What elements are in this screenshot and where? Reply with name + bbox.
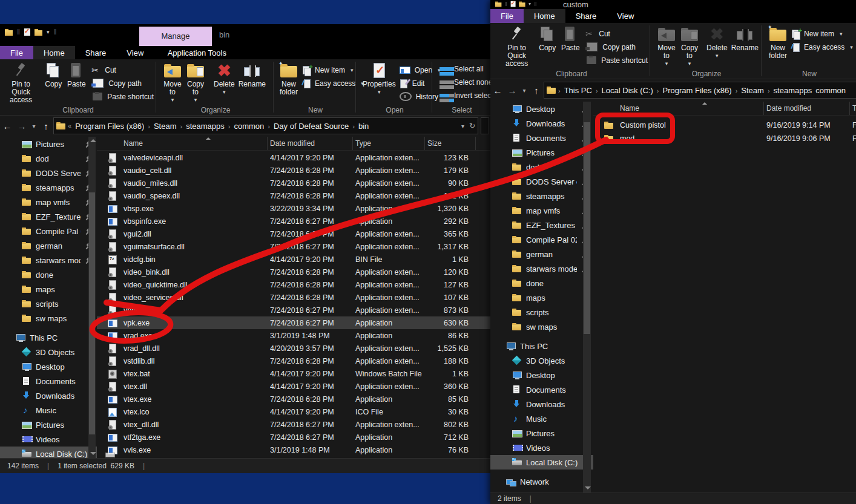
breadcrumb-segment[interactable]: Day of Defeat Source›	[272, 122, 357, 131]
forward-button[interactable]: →	[15, 121, 29, 131]
chevron-right-icon[interactable]: ›	[351, 123, 357, 130]
sidebar-item[interactable]: Local Disk (C:)	[0, 447, 97, 459]
move-to-button[interactable]: Move to	[161, 61, 184, 105]
back-button[interactable]: ←	[0, 121, 15, 131]
sidebar-item[interactable]: Desktop	[490, 368, 593, 382]
sidebar-item[interactable]: Network	[490, 474, 593, 489]
new-folder-icon[interactable]	[519, 1, 525, 7]
sidebar-item[interactable]: maps	[0, 282, 97, 296]
chevron-right-icon[interactable]: ›	[594, 87, 600, 94]
sidebar-item[interactable]: 3D Objects	[0, 345, 97, 359]
ribbon-tab[interactable]: Application Tools	[161, 46, 232, 59]
new-item-button[interactable]: + New item	[791, 28, 853, 39]
breadcrumb-segment[interactable]: Steam›	[152, 122, 184, 131]
breadcrumb-segment[interactable]: ›steamapps	[766, 86, 814, 95]
sidebar-item[interactable]: done	[0, 267, 97, 282]
sidebar-item[interactable]: Pictures	[490, 145, 593, 160]
recent-locations-button[interactable]: ▾	[519, 87, 529, 94]
sidebar-item[interactable]: This PC	[0, 330, 97, 345]
sidebar-item[interactable]: EZF_Textures	[490, 218, 593, 232]
sidebar-item[interactable]: dod	[490, 160, 593, 174]
paste-shortcut-button[interactable]: Paste shortcut	[91, 91, 154, 102]
delete-button[interactable]: ✖ Delete	[705, 24, 729, 61]
sidebar-item[interactable]: steamapps	[490, 189, 593, 203]
sidebar-item[interactable]: steamapps	[0, 180, 97, 195]
sidebar-item[interactable]: german	[490, 247, 593, 261]
sidebar-item[interactable]: german	[0, 238, 97, 253]
sidebar-item[interactable]: Music	[0, 403, 97, 417]
new-item-button[interactable]: + New item	[301, 65, 364, 75]
properties-icon[interactable]	[511, 1, 516, 7]
easy-access-button[interactable]: Easy access	[791, 42, 853, 52]
new-folder-button[interactable]: ✦ New folder	[277, 61, 300, 97]
file-row[interactable]: vtex.ico 4/14/2017 9:20 PM ICO File 30 K…	[97, 405, 490, 418]
file-row[interactable]: valvedeviceapi.dll 4/14/2017 9:20 PM App…	[97, 151, 490, 164]
breadcrumb-segment[interactable]: Program Files (x86)›	[73, 122, 152, 131]
sidebar-scrollbar[interactable]	[583, 102, 591, 493]
folder-icon[interactable]	[5, 29, 13, 36]
sidebar-item[interactable]: Downloads	[490, 116, 593, 131]
file-row[interactable]: vidcfg.bin 4/14/2017 9:20 PM BIN File 1 …	[97, 253, 490, 266]
ribbon-tab[interactable]: View	[607, 9, 644, 23]
copy-button[interactable]: Copy	[42, 61, 65, 90]
file-row[interactable]: vaudio_speex.dll 7/24/2018 6:28 PM Appli…	[97, 189, 490, 202]
scroll-down-icon[interactable]	[585, 486, 591, 489]
title-bar[interactable]: ‖ ▾ ‖ Manage bin	[0, 24, 490, 46]
sidebar-item[interactable]: maps	[490, 290, 593, 305]
cut-button[interactable]: ✂ Cut	[585, 28, 648, 39]
pin-to-quick-access-button[interactable]: Pin to Quick access	[0, 61, 42, 105]
path-overflow-icon[interactable]: «	[66, 122, 73, 129]
pin-to-quick-access-button[interactable]: Pin to Quick access	[498, 24, 536, 69]
column-header-type[interactable]: Type	[353, 137, 425, 150]
file-row[interactable]: vaudio_miles.dll 7/24/2018 6:28 PM Appli…	[97, 177, 490, 189]
sidebar-item[interactable]: 3D Objects	[490, 353, 593, 368]
sidebar-item[interactable]: Downloads	[490, 397, 593, 411]
copy-to-button[interactable]: Copy to	[184, 61, 207, 105]
file-row[interactable]: vaudio_celt.dll 7/24/2018 6:28 PM Applic…	[97, 164, 490, 177]
ribbon-tab[interactable]: Home	[33, 46, 75, 59]
sidebar-item[interactable]: Videos	[490, 440, 593, 455]
chevron-right-icon[interactable]: ›	[146, 123, 152, 130]
sidebar-item[interactable]: sw maps	[0, 311, 97, 326]
recent-locations-button[interactable]: ▾	[29, 123, 39, 129]
scroll-up-icon[interactable]	[90, 139, 96, 142]
file-row[interactable]: vtex.dll 4/14/2017 9:20 PM Application e…	[97, 380, 490, 393]
rename-button[interactable]: Rename	[237, 61, 268, 90]
file-row[interactable]: vtf2tga.exe 7/24/2018 6:27 PM Applicatio…	[97, 431, 490, 443]
ribbon-tab[interactable]: Home	[524, 9, 565, 23]
chevron-right-icon[interactable]: ›	[655, 87, 661, 94]
chevron-right-icon[interactable]: ›	[734, 87, 740, 94]
breadcrumb-segment[interactable]: common›	[232, 122, 272, 131]
chevron-right-icon[interactable]: ›	[226, 123, 232, 130]
breadcrumb-segment[interactable]: bin›	[357, 122, 370, 131]
sidebar-item[interactable]: starwars models	[490, 261, 593, 276]
sidebar-item[interactable]: Pictures	[0, 417, 97, 432]
chevron-right-icon[interactable]: ›	[556, 87, 562, 94]
new-folder-button[interactable]: ✦ New folder	[766, 24, 789, 61]
properties-icon[interactable]	[24, 28, 30, 36]
chevron-right-icon[interactable]: ›	[766, 87, 772, 94]
copy-path-button[interactable]: Copy path	[91, 78, 154, 88]
copy-path-button[interactable]: Copy path	[585, 42, 648, 52]
file-row[interactable]: video_services.dll 7/24/2018 6:28 PM App…	[97, 291, 490, 304]
file-row[interactable]: vvis.exe 3/1/2019 1:48 PM Application 76…	[97, 443, 490, 456]
scrollbar-thumb[interactable]	[584, 122, 590, 334]
column-header-name[interactable]: Name	[617, 102, 764, 115]
file-row[interactable]: vtex_dll.dll 7/24/2018 6:27 PM Applicati…	[97, 418, 490, 431]
column-header-date[interactable]: Date modified	[268, 137, 353, 150]
title-bar[interactable]: ‖ ▾ ‖ custom	[490, 0, 856, 9]
sidebar-item[interactable]: Documents	[490, 382, 593, 397]
sidebar-scrollbar[interactable]	[88, 137, 96, 459]
copy-to-button[interactable]: Copy to	[678, 24, 701, 69]
paste-shortcut-button[interactable]: Paste shortcut	[585, 55, 648, 65]
sidebar-item[interactable]: Music	[490, 411, 593, 426]
chevron-down-icon[interactable]: ▾	[47, 29, 50, 35]
file-row[interactable]: mod 9/16/2019 9:06 PM File folder	[593, 132, 856, 145]
chevron-right-icon[interactable]: ›	[266, 123, 272, 130]
file-row[interactable]: video_bink.dll 7/24/2018 6:28 PM Applica…	[97, 266, 490, 278]
sidebar-item[interactable]: Documents	[0, 374, 97, 388]
sidebar-item[interactable]: Documents	[490, 131, 593, 145]
file-row[interactable]: vguimatsurface.dll 7/24/2018 6:27 PM App…	[97, 240, 490, 253]
file-row[interactable]: vbsp.exe 3/22/2019 3:34 PM Application 1…	[97, 202, 490, 215]
file-row[interactable]: vtex.bat 4/14/2017 9:20 PM Windows Batch…	[97, 367, 490, 380]
